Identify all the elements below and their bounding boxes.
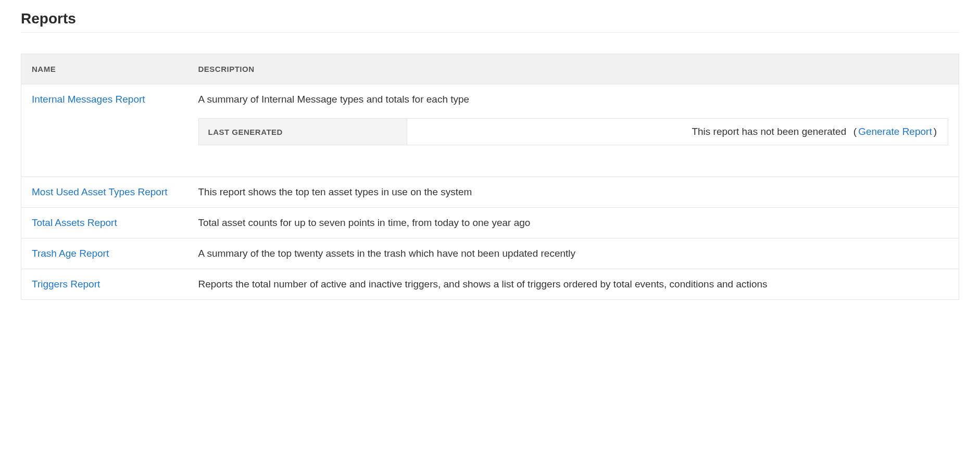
report-link-trash-age[interactable]: Trash Age Report [32,248,109,259]
table-row: Internal Messages Report A summary of In… [21,84,959,177]
title-divider [21,32,959,33]
last-generated-panel: LAST GENERATED This report has not been … [198,118,949,145]
report-description: This report shows the top ten asset type… [198,186,472,197]
report-link-most-used-asset-types[interactable]: Most Used Asset Types Report [32,186,168,197]
report-description: Total asset counts for up to seven point… [198,217,531,228]
table-row: Total Assets Report Total asset counts f… [21,208,959,238]
report-description: A summary of the top twenty assets in th… [198,248,576,259]
table-row: Triggers Report Reports the total number… [21,269,959,300]
page-title: Reports [21,10,959,27]
column-header-name: NAME [21,54,188,84]
table-row: Trash Age Report A summary of the top tw… [21,238,959,269]
table-row: Most Used Asset Types Report This report… [21,177,959,208]
column-header-description: DESCRIPTION [188,54,959,84]
last-generated-status: This report has not been generated [692,126,846,137]
report-link-triggers[interactable]: Triggers Report [32,279,100,290]
report-link-total-assets[interactable]: Total Assets Report [32,217,117,228]
last-generated-label: LAST GENERATED [199,119,407,145]
reports-table: NAME DESCRIPTION Internal Messages Repor… [21,54,959,300]
last-generated-content: This report has not been generated (Gene… [407,119,948,145]
report-link-internal-messages[interactable]: Internal Messages Report [32,94,145,105]
report-description: Reports the total number of active and i… [198,279,768,290]
generate-report-link[interactable]: Generate Report [858,126,932,137]
report-description: A summary of Internal Message types and … [198,94,470,105]
